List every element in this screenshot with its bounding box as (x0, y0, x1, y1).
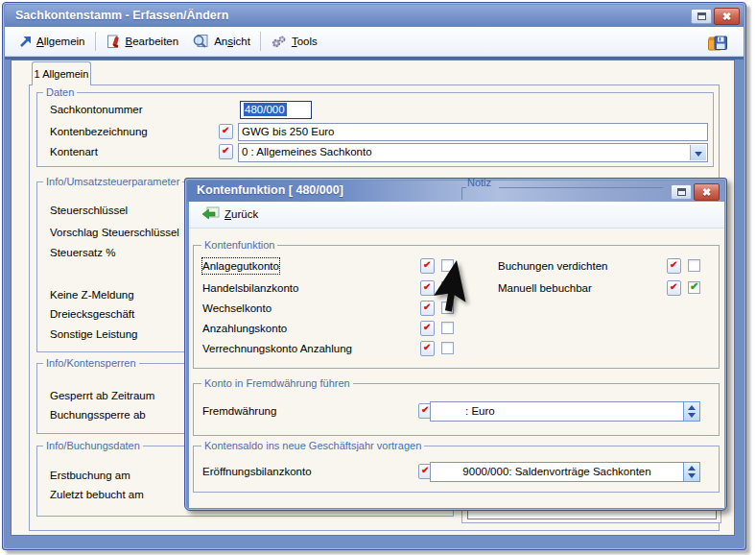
kontenfunktion-dialog: Kontenfunktion [ 480/000] ✖ Zurück Konte… (184, 178, 727, 511)
maximize-icon (677, 188, 686, 196)
label-buchungen-verdichten[interactable]: Buchungen verdichten (498, 258, 607, 274)
group-legend: Info/Kontensperren (43, 356, 139, 370)
buchungen-verdichten-checkbox[interactable] (688, 259, 700, 272)
modified-flag-button[interactable] (667, 258, 681, 274)
label-manuell-bebuchbar[interactable]: Manuell bebuchbar (498, 280, 592, 296)
modified-flag-button[interactable] (420, 258, 435, 274)
label-erstbuchung-am: Erstbuchung am (50, 468, 130, 483)
label-kontenbezeichnung: Kontenbezeichnung (50, 124, 148, 139)
label-buchungssperre-ab: Buchungssperre ab (50, 407, 146, 422)
close-icon: ✖ (722, 11, 731, 22)
dialog-titlebar: Kontenfunktion [ 480/000] ✖ (187, 181, 724, 202)
save-icon (707, 33, 728, 53)
spinner-button[interactable] (683, 401, 700, 422)
menu-label: Ansicht (214, 36, 250, 47)
close-icon: ✖ (702, 186, 711, 198)
modified-flag-button[interactable] (219, 144, 233, 159)
label-vorschlag-steuerschluessel: Vorschlag Steuerschlüssel (50, 225, 179, 240)
menu-label: Tools (292, 36, 318, 47)
dialog-close-button[interactable]: ✖ (694, 183, 720, 201)
label-wechselkonto[interactable]: Wechselkonto (202, 301, 272, 316)
dialog-body: Zurück Kontenfunktion Anlagegutkonto Han… (189, 202, 724, 508)
arrow-ne-icon (19, 36, 32, 48)
menu-label: Allgemein (36, 36, 85, 47)
label-eroeffnungsbilanzkonto: Eröffnungsbilanzkonto (202, 464, 312, 479)
label-steuerschluessel: Steuerschlüssel (50, 203, 128, 218)
label-sachkontonummer: Sachkontonummer (50, 102, 143, 117)
label-zuletzt-bebucht-am: Zuletzt bebucht am (50, 487, 144, 502)
modified-flag-button[interactable] (420, 341, 435, 356)
group-legend: Info/Umsatzsteuerparameter (43, 175, 182, 188)
window-title: Sachkontenstamm - Erfassen/Ändern (15, 9, 228, 22)
dialog-maximize-button[interactable] (671, 184, 692, 200)
kontenbezeichnung-input[interactable]: GWG bis 250 Euro (238, 123, 708, 141)
back-button[interactable]: Zurück (195, 204, 265, 225)
menu-item-allgemein[interactable]: Allgemein (12, 33, 92, 51)
group-legend: Info/Buchungsdaten (43, 439, 143, 452)
modified-flag-button[interactable] (219, 124, 233, 139)
menu-label: Bearbeiten (126, 36, 179, 47)
mouse-cursor (454, 258, 511, 318)
modified-flag-button[interactable] (420, 321, 435, 336)
toolbar-separator (260, 32, 261, 51)
group-legend: Daten (43, 85, 77, 99)
label-kontenart: Kontenart (50, 144, 98, 159)
main-toolbar: Allgemein Bearbeiten Ansicht Tool (5, 27, 744, 57)
verrechnungskonto-checkbox[interactable] (441, 342, 454, 354)
group-legend: Konto in Fremdwährung führen (201, 376, 353, 390)
modified-flag-button[interactable] (667, 280, 681, 296)
save-button[interactable] (707, 33, 732, 56)
dialog-title: Kontenfunktion [ 480/000] (197, 183, 343, 197)
manuell-bebuchbar-checkbox[interactable] (688, 281, 700, 294)
label-anlagegutkonto[interactable]: Anlagegutkonto (202, 258, 279, 274)
label-verrechnungskonto-anzahlung[interactable]: Verrechnungskonto Anzahlung (202, 341, 352, 356)
label-fremdwaehrung: Fremdwährung (202, 403, 276, 419)
back-arrow-icon (201, 206, 220, 222)
label-dreiecksgeschaeft: Dreiecksgeschäft (50, 306, 134, 322)
label-gesperrt-ab-zeitraum: Gesperrt ab Zeitraum (50, 388, 154, 403)
anzahlungskonto-checkbox[interactable] (441, 322, 454, 334)
modified-flag-button[interactable] (420, 280, 435, 296)
magnifier-icon (192, 34, 209, 49)
back-label: Zurück (224, 208, 258, 220)
maximize-button[interactable] (691, 9, 712, 24)
maximize-icon (697, 12, 706, 20)
close-button[interactable]: ✖ (714, 8, 740, 25)
label-steuersatz: Steuersatz % (50, 245, 115, 260)
sachkontonummer-input[interactable]: 480/000 (240, 101, 312, 119)
group-legend: Kontenfunktion (201, 238, 277, 252)
modified-flag-button[interactable] (420, 301, 435, 316)
menu-item-ansicht[interactable]: Ansicht (185, 31, 257, 52)
edit-page-icon (106, 35, 121, 49)
fremdwaehrung-field[interactable]: : Euro (430, 401, 700, 422)
main-titlebar: Sachkontenstamm - Erfassen/Ändern ✖ (5, 5, 744, 27)
eroeffnungsbilanzkonto-value[interactable]: 9000/000: Saldenvorträge Sachkonten (430, 462, 683, 482)
fremdwaehrung-value[interactable]: : Euro (430, 401, 683, 422)
menu-item-bearbeiten[interactable]: Bearbeiten (99, 32, 186, 52)
menu-item-tools[interactable]: Tools (264, 32, 324, 52)
label-sonstige-leistung: Sonstige Leistung (50, 326, 137, 342)
eroeffnungsbilanzkonto-field[interactable]: 9000/000: Saldenvorträge Sachkonten (430, 462, 700, 482)
kontenart-combobox[interactable]: 0 : Allgemeines Sachkonto (238, 143, 708, 162)
selected-text: 480/000 (244, 103, 287, 116)
spinner-button[interactable] (683, 462, 700, 482)
toolbar-separator (95, 32, 96, 51)
label-keine-z-meldung: Keine Z-Meldung (50, 287, 134, 302)
combobox-value: 0 : Allgemeines Sachkonto (242, 146, 372, 157)
screen: Sachkontenstamm - Erfassen/Ändern ✖ Allg… (0, 0, 756, 555)
label-anzahlungskonto[interactable]: Anzahlungskonto (202, 321, 287, 336)
group-legend: Kontensaldo ins neue Geschäftsjahr vortr… (201, 439, 424, 452)
dropdown-button[interactable] (690, 145, 706, 160)
tab-allgemein[interactable]: 1 Allgemein (32, 61, 91, 85)
dialog-toolbar: Zurück (189, 202, 724, 229)
gears-icon (271, 35, 287, 49)
label-handelsbilanzkonto[interactable]: Handelsbilanzkonto (202, 280, 298, 296)
